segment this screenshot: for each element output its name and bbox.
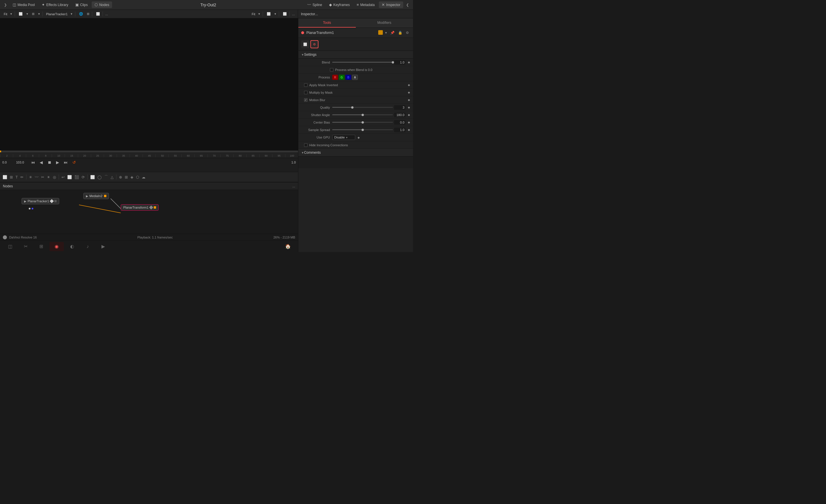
right-mode-btn[interactable]: ⬜: [281, 11, 288, 16]
tool-mask1[interactable]: ↩: [61, 174, 65, 180]
nav-metadata[interactable]: ≡ Metadata: [354, 1, 378, 8]
tool-text[interactable]: T: [15, 174, 19, 180]
loop-btn[interactable]: ↺: [71, 160, 77, 165]
nav-nodes[interactable]: ⬡ Nodes: [92, 1, 112, 8]
tool-polygon[interactable]: △: [110, 174, 114, 180]
fit-dropdown[interactable]: ▾: [9, 11, 13, 16]
nav-media-pool[interactable]: ◫ Media Pool: [10, 1, 38, 8]
apply-mask-cb[interactable]: [304, 83, 307, 87]
collapse-left-btn[interactable]: ❯: [2, 2, 9, 8]
tool-3d-2[interactable]: ⊞: [124, 174, 129, 180]
process-when-cb[interactable]: [330, 68, 334, 72]
right-icon-1[interactable]: ⬜: [265, 11, 272, 16]
center-bias-keyframe[interactable]: ◆: [408, 121, 410, 124]
play-btn[interactable]: ▶: [55, 160, 60, 165]
motion-blur-keyframe[interactable]: ◆: [408, 98, 410, 102]
tool-rect[interactable]: ⬜: [90, 174, 96, 180]
go-end-btn[interactable]: ⏭: [63, 160, 69, 165]
multiply-mask-keyframe[interactable]: ◆: [408, 91, 410, 94]
tool-color[interactable]: ☀: [46, 174, 51, 180]
app-media-btn[interactable]: ◫: [3, 242, 17, 251]
timeline-ruler[interactable]: 2 4 6 8 10 15 20 25 30 35 40 45 50 55 60…: [0, 152, 298, 158]
node-planar-tracker[interactable]: ▶ PlanarTracker1: [21, 198, 59, 204]
nav-keyframes[interactable]: ◆ Keyframes: [326, 1, 353, 8]
quality-keyframe[interactable]: ◆: [408, 106, 410, 109]
view-dropdown-1[interactable]: ▾: [25, 11, 30, 16]
blend-value[interactable]: 1.0: [394, 60, 406, 65]
app-cut-btn[interactable]: ✂: [18, 242, 33, 251]
tool-warp[interactable]: ◎: [52, 174, 57, 180]
node-planar-transform[interactable]: PlanarTransform1: [121, 204, 159, 211]
quality-slider[interactable]: [332, 107, 393, 108]
app-color-btn[interactable]: ◐: [65, 242, 79, 251]
nav-effects-library[interactable]: ✦ Effects Library: [39, 1, 71, 8]
comments-content[interactable]: [298, 156, 413, 168]
right-fit-dropdown[interactable]: ▾: [257, 11, 261, 16]
center-bias-value[interactable]: 0.0: [394, 120, 406, 125]
viewer-more-btn[interactable]: ...: [104, 11, 109, 17]
nav-clips[interactable]: ▣ Clips: [72, 1, 91, 8]
viewer-canvas[interactable]: [0, 18, 298, 150]
tool-mask4[interactable]: ⟳: [81, 174, 85, 180]
node-media-in[interactable]: ▶ MediaIn2: [83, 193, 109, 199]
prev-frame-btn[interactable]: ◀: [39, 160, 44, 165]
app-audio-btn[interactable]: ♪: [80, 242, 95, 251]
use-gpu-keyframe[interactable]: ◆: [358, 136, 360, 139]
nodes-more-btn[interactable]: ...: [292, 184, 295, 188]
view-icon-2[interactable]: ⊞: [31, 11, 36, 16]
go-start-btn[interactable]: ⏮: [30, 160, 36, 165]
right-more-btn[interactable]: ...: [291, 11, 296, 17]
tool-3d-1[interactable]: ⊕: [118, 174, 123, 180]
viewer-icon-grid[interactable]: ⊞: [85, 11, 91, 16]
inspector-more-btn[interactable]: ...: [315, 12, 318, 16]
app-deliver-btn[interactable]: ▶: [96, 242, 110, 251]
motion-blur-cb[interactable]: ✓: [304, 98, 307, 102]
tab-modifiers[interactable]: Modifiers: [356, 18, 413, 27]
app-fusion-btn[interactable]: ◉: [49, 242, 64, 251]
tool-bezier[interactable]: ⌒: [104, 174, 109, 180]
tool-path[interactable]: 〰: [34, 174, 39, 180]
collapse-right-btn[interactable]: ❮: [404, 2, 411, 8]
tool-mask2[interactable]: ⬜: [66, 174, 73, 180]
nodes-canvas[interactable]: ▶ PlanarTracker1 ▶ MediaIn2 Pla: [0, 190, 298, 234]
use-gpu-dropdown[interactable]: Disable ▾: [332, 135, 355, 140]
sample-spread-keyframe[interactable]: ◆: [408, 128, 410, 131]
tool-color-swatch[interactable]: [378, 30, 383, 35]
shutter-keyframe[interactable]: ◆: [408, 113, 410, 116]
tool-3d-4[interactable]: ⬡: [135, 174, 140, 180]
tool-transform[interactable]: ⊞: [9, 174, 14, 180]
app-edit-btn[interactable]: ⊞: [34, 242, 48, 251]
nav-spline[interactable]: 〰 Spline: [304, 1, 325, 8]
tool-select[interactable]: ⬜: [2, 174, 8, 180]
proc-btn-a[interactable]: A: [352, 75, 358, 80]
type-icon-settings[interactable]: ⚙: [310, 40, 318, 48]
comments-header[interactable]: ▼ Comments: [298, 149, 413, 156]
multiply-mask-cb[interactable]: [304, 91, 307, 94]
tool-lock-btn[interactable]: 🔒: [397, 30, 404, 35]
tool-particles[interactable]: ✳: [28, 174, 33, 180]
tool-3d-5[interactable]: ☁: [141, 174, 146, 180]
settings-header[interactable]: ▼ Settings: [298, 51, 413, 59]
proc-btn-r[interactable]: R: [332, 75, 338, 80]
sample-spread-slider[interactable]: [332, 129, 393, 130]
blend-slider[interactable]: [332, 62, 393, 63]
type-icon-view[interactable]: ⬜: [301, 40, 309, 48]
tool-paint[interactable]: ✏: [19, 174, 24, 180]
shutter-slider[interactable]: [332, 114, 393, 115]
shutter-value[interactable]: 180.0: [394, 113, 406, 117]
proc-btn-g[interactable]: G: [339, 75, 345, 80]
proc-btn-b[interactable]: B: [346, 75, 351, 80]
stop-btn[interactable]: ⏹: [46, 160, 53, 165]
tool-dropdown-btn[interactable]: ▾: [384, 30, 388, 35]
viewer-aspect-btn[interactable]: ⬜: [95, 11, 102, 16]
tool-clone[interactable]: ✂: [40, 174, 45, 180]
current-frame[interactable]: 1.0: [291, 161, 296, 164]
tool-3d-3[interactable]: ◈: [130, 174, 134, 180]
start-time[interactable]: 0.0: [2, 161, 14, 164]
tool-pin-btn[interactable]: 📌: [389, 30, 396, 35]
nav-inspector[interactable]: ✕ Inspector: [379, 1, 403, 8]
center-bias-slider[interactable]: [332, 122, 393, 123]
sample-spread-value[interactable]: 1.0: [394, 128, 406, 132]
viewer-icon-globe[interactable]: 🌐: [77, 11, 84, 16]
quality-value[interactable]: 3: [394, 105, 406, 110]
